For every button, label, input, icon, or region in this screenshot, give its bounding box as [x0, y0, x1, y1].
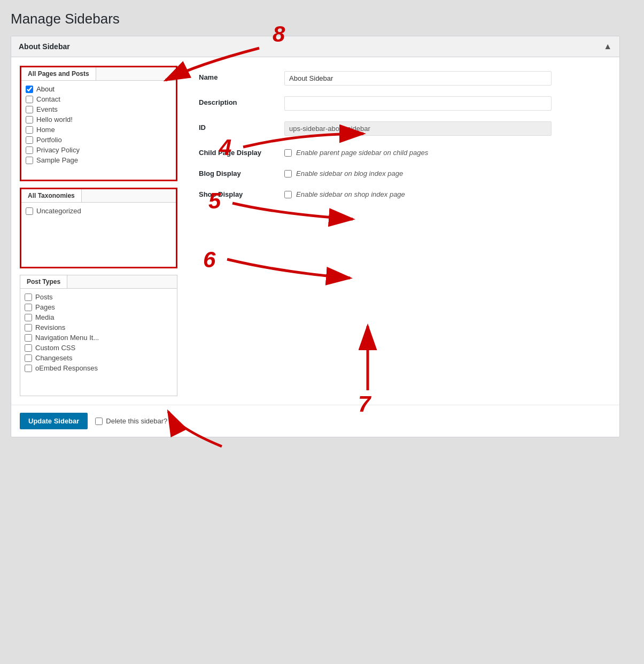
list-item-label: Pages: [35, 303, 55, 311]
list-item-checkbox[interactable]: [25, 354, 32, 362]
shop-display-label: Shop Display: [199, 188, 274, 198]
post-types-tab-label[interactable]: Post Types: [20, 275, 67, 288]
list-item-checkbox[interactable]: [26, 136, 33, 144]
all-pages-posts-tab-header: All Pages and Posts: [21, 67, 176, 81]
all-pages-posts-list[interactable]: AboutContactEventsHello world!HomePortfo…: [21, 81, 176, 180]
list-item: Uncategorized: [26, 206, 172, 216]
name-label: Name: [199, 71, 274, 81]
list-item-label: Navigation Menu It...: [35, 334, 99, 342]
page-title: Manage Sidebars: [11, 11, 633, 27]
list-item-checkbox[interactable]: [25, 365, 32, 372]
list-item-checkbox[interactable]: [26, 157, 33, 164]
list-item-label: Home: [36, 126, 55, 134]
list-item-label: Media: [35, 313, 54, 321]
right-column: Name Description ID: [188, 66, 611, 396]
list-item-checkbox[interactable]: [26, 106, 33, 113]
list-item-label: Privacy Policy: [36, 146, 80, 154]
description-field-row: Description: [199, 96, 600, 111]
panel-body: All Pages and Posts AboutContactEventsHe…: [11, 57, 619, 405]
blog-display-checkbox-wrapper: Enable sidebar on blog index page: [284, 167, 403, 177]
list-item: Sample Page: [26, 155, 172, 165]
left-column: All Pages and Posts AboutContactEventsHe…: [20, 66, 177, 396]
list-item: Custom CSS: [25, 343, 173, 353]
id-label: ID: [199, 121, 274, 132]
list-item-checkbox[interactable]: [25, 314, 32, 321]
list-item-label: Changesets: [35, 354, 72, 362]
toggle-arrow-icon[interactable]: ▲: [603, 42, 612, 51]
all-pages-posts-box: All Pages and Posts AboutContactEventsHe…: [20, 66, 177, 181]
shop-display-checkbox[interactable]: [284, 191, 292, 198]
all-taxonomies-tab-header: All Taxonomies: [21, 189, 176, 203]
list-item: oEmbed Responses: [25, 363, 173, 373]
child-page-checkbox-wrapper: Enable parent page sidebar on child page…: [284, 146, 428, 157]
sidebar-panel: About Sidebar ▲ All Pages and Posts Abou…: [11, 36, 620, 437]
post-types-tab-header: Post Types: [20, 275, 177, 289]
blog-display-field-row: Blog Display Enable sidebar on blog inde…: [199, 167, 600, 177]
list-item: Hello world!: [26, 114, 172, 125]
child-page-checkbox[interactable]: [284, 149, 292, 157]
list-item-checkbox[interactable]: [25, 324, 32, 331]
list-item-label: Sample Page: [36, 156, 78, 164]
shop-display-checkbox-label: Enable sidebar on shop index page: [296, 190, 405, 198]
child-page-field-row: Child Page Display Enable parent page si…: [199, 146, 600, 157]
list-item-checkbox[interactable]: [25, 304, 32, 311]
description-input[interactable]: [284, 96, 552, 111]
list-item-label: About: [36, 85, 55, 93]
child-page-label: Child Page Display: [199, 146, 274, 157]
list-item-label: Custom CSS: [35, 344, 75, 352]
blog-display-checkbox-label: Enable sidebar on blog index page: [296, 169, 403, 177]
list-item-label: Portfolio: [36, 136, 62, 144]
list-item: Media: [25, 312, 173, 322]
name-input[interactable]: [284, 71, 552, 86]
list-item: Portfolio: [26, 135, 172, 145]
delete-sidebar-text: Delete this sidebar?: [106, 417, 167, 425]
description-input-wrapper: [284, 96, 552, 111]
list-item-checkbox[interactable]: [26, 116, 33, 123]
list-item: Pages: [25, 302, 173, 312]
list-item-label: Revisions: [35, 323, 65, 331]
list-item: About: [26, 84, 172, 94]
id-field-row: ID: [199, 121, 600, 136]
id-input-wrapper: [284, 121, 552, 136]
list-item-label: Posts: [35, 293, 53, 301]
list-item: Home: [26, 125, 172, 135]
blog-display-checkbox[interactable]: [284, 170, 292, 177]
list-item-label: Hello world!: [36, 115, 73, 123]
list-item: Revisions: [25, 322, 173, 333]
list-item: Contact: [26, 94, 172, 104]
post-types-list[interactable]: PostsPagesMediaRevisionsNavigation Menu …: [20, 289, 177, 396]
shop-display-field-row: Shop Display Enable sidebar on shop inde…: [199, 188, 600, 198]
list-item-label: oEmbed Responses: [35, 364, 98, 372]
list-item-checkbox[interactable]: [26, 207, 33, 215]
list-item-checkbox[interactable]: [25, 294, 32, 301]
list-item-checkbox[interactable]: [26, 96, 33, 103]
list-item-checkbox[interactable]: [26, 146, 33, 154]
all-pages-posts-tab-label[interactable]: All Pages and Posts: [21, 67, 96, 80]
list-item-checkbox[interactable]: [26, 126, 33, 134]
panel-header-title: About Sidebar: [19, 42, 70, 51]
delete-sidebar-label[interactable]: Delete this sidebar?: [95, 417, 167, 425]
all-taxonomies-box: All Taxonomies Uncategorized: [20, 188, 177, 268]
name-input-wrapper: [284, 71, 552, 86]
child-page-checkbox-label: Enable parent page sidebar on child page…: [296, 149, 428, 157]
list-item: Privacy Policy: [26, 145, 172, 155]
update-sidebar-button[interactable]: Update Sidebar: [20, 413, 88, 429]
id-input: [284, 121, 552, 136]
list-item-checkbox[interactable]: [26, 86, 33, 93]
description-label: Description: [199, 96, 274, 106]
list-item-checkbox[interactable]: [25, 344, 32, 352]
delete-sidebar-checkbox[interactable]: [95, 418, 103, 425]
list-item: Changesets: [25, 353, 173, 363]
name-field-row: Name: [199, 71, 600, 86]
list-item-label: Uncategorized: [36, 207, 81, 215]
all-taxonomies-list[interactable]: Uncategorized: [21, 203, 176, 267]
svg-text:9: 9: [224, 445, 237, 448]
list-item-label: Events: [36, 105, 58, 113]
all-taxonomies-tab-label[interactable]: All Taxonomies: [21, 189, 82, 202]
blog-display-label: Blog Display: [199, 167, 274, 177]
list-item: Events: [26, 104, 172, 114]
panel-header[interactable]: About Sidebar ▲: [11, 36, 619, 57]
post-types-box: Post Types PostsPagesMediaRevisionsNavig…: [20, 275, 177, 396]
list-item-checkbox[interactable]: [25, 334, 32, 342]
list-item: Navigation Menu It...: [25, 333, 173, 343]
